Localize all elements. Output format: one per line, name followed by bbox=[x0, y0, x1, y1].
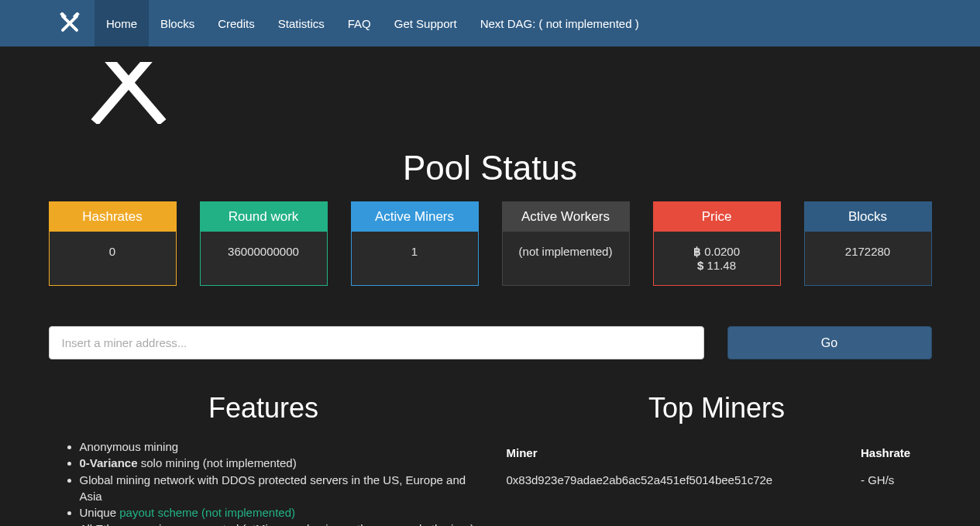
nav-next-dag: Next DAG: ( not implemented ) bbox=[469, 0, 651, 46]
stat-label: Price bbox=[654, 202, 780, 232]
col-hashrate: Hashrate bbox=[858, 440, 930, 466]
stat-value: 1 bbox=[352, 232, 478, 271]
stat-value: (not implemented) bbox=[503, 232, 629, 271]
hero-logo bbox=[0, 46, 980, 127]
stat-label: Active Workers bbox=[503, 202, 629, 232]
stat-label: Blocks bbox=[805, 202, 931, 232]
feature-strong: 0-Variance bbox=[80, 456, 138, 469]
stats-row: Hashrates 0 Round work 36000000000 Activ… bbox=[49, 201, 932, 286]
top-miners-section: Top Miners Miner Hashrate 0x83d923e79ada… bbox=[502, 392, 932, 526]
page-title: Pool Status bbox=[49, 149, 932, 187]
go-button[interactable]: Go bbox=[727, 326, 932, 359]
stat-label: Hashrates bbox=[50, 202, 176, 232]
top-miners-heading: Top Miners bbox=[502, 392, 932, 425]
feature-item: Anonymous mining bbox=[80, 438, 479, 455]
feature-text: Unique bbox=[80, 506, 120, 519]
payout-scheme-link[interactable]: payout scheme (not implemented) bbox=[119, 506, 295, 519]
stat-blocks: Blocks 2172280 bbox=[804, 201, 932, 286]
top-nav: Home Blocks Credits Statistics FAQ Get S… bbox=[0, 0, 980, 46]
stat-active-miners: Active Miners 1 bbox=[351, 201, 479, 286]
features-section: Features Anonymous mining 0-Variance sol… bbox=[49, 392, 479, 526]
nav-home[interactable]: Home bbox=[95, 0, 149, 46]
stat-price: Price ฿ 0.0200 $ 11.48 bbox=[653, 201, 781, 286]
stat-active-workers: Active Workers (not implemented) bbox=[502, 201, 630, 286]
miner-address: 0x83d923e79adae2ab6ac52a451ef5014bee51c7… bbox=[504, 467, 856, 493]
stat-hashrates: Hashrates 0 bbox=[49, 201, 177, 286]
dollar-icon: $ bbox=[697, 259, 703, 272]
mining-hammers-icon bbox=[59, 12, 81, 34]
stat-value: 36000000000 bbox=[201, 232, 327, 271]
mining-hammers-icon-large bbox=[67, 62, 191, 124]
col-miner: Miner bbox=[504, 440, 856, 466]
stat-label: Round work bbox=[201, 202, 327, 232]
feature-text: solo mining (not implemented) bbox=[138, 456, 297, 469]
feature-item: Global mining network with DDOS protecte… bbox=[80, 472, 479, 505]
miner-address-input[interactable] bbox=[49, 326, 704, 359]
feature-item: All Ethereum miners supported (qtMiner, … bbox=[80, 521, 479, 526]
search-row: Go bbox=[49, 326, 932, 359]
top-miners-table: Miner Hashrate 0x83d923e79adae2ab6ac52a4… bbox=[502, 438, 932, 494]
feature-item: Unique payout scheme (not implemented) bbox=[80, 504, 479, 521]
nav-blocks[interactable]: Blocks bbox=[149, 0, 206, 46]
nav-credits[interactable]: Credits bbox=[206, 0, 266, 46]
features-heading: Features bbox=[49, 392, 479, 425]
stat-value: 0 bbox=[50, 232, 176, 271]
features-list: Anonymous mining 0-Variance solo mining … bbox=[49, 438, 479, 526]
bitcoin-icon: ฿ bbox=[693, 245, 701, 258]
nav-statistics[interactable]: Statistics bbox=[266, 0, 336, 46]
price-usd: 11.48 bbox=[707, 259, 736, 272]
stat-value: 2172280 bbox=[805, 232, 931, 271]
feature-item: 0-Variance solo mining (not implemented) bbox=[80, 455, 479, 471]
nav-faq[interactable]: FAQ bbox=[336, 0, 383, 46]
stat-round-work: Round work 36000000000 bbox=[200, 201, 328, 286]
nav-logo[interactable] bbox=[45, 12, 95, 34]
miner-hashrate: - GH/s bbox=[858, 467, 930, 493]
table-row: 0x83d923e79adae2ab6ac52a451ef5014bee51c7… bbox=[504, 467, 930, 493]
price-btc: 0.0200 bbox=[704, 245, 740, 258]
stat-value: ฿ 0.0200 $ 11.48 bbox=[654, 232, 780, 285]
nav-links: Home Blocks Credits Statistics FAQ Get S… bbox=[95, 0, 651, 46]
stat-label: Active Miners bbox=[352, 202, 478, 232]
nav-support[interactable]: Get Support bbox=[383, 0, 469, 46]
